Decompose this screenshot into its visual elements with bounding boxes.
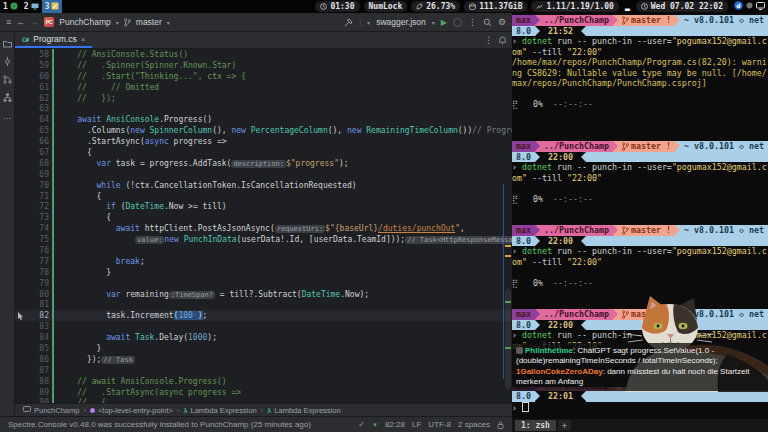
close-icon[interactable]: ×	[81, 35, 86, 44]
code-line[interactable]: 58 // AnsiConsole.Status()	[15, 49, 512, 60]
editor-scrollbar[interactable]	[503, 49, 512, 403]
debug-button[interactable]	[453, 18, 462, 27]
terminal-command: › dotnet run -- punch-in --user="pogumax…	[512, 36, 768, 47]
breadcrumb-item[interactable]: λLambda Expression	[267, 406, 340, 415]
code-line[interactable]: 74 await httpClient.PostAsJsonAsync(requ…	[15, 223, 512, 234]
breadcrumb-item[interactable]: PunchChamp	[23, 405, 79, 415]
project-selector[interactable]: PunchChamp	[59, 17, 111, 27]
code-text: break;	[58, 257, 145, 266]
build-button[interactable]	[344, 18, 353, 27]
prompt-wrap-segment: 8.0	[512, 391, 535, 402]
branch-selector[interactable]: master	[136, 17, 162, 27]
code-line[interactable]: 70 while (!ctx.CancellationToken.IsCance…	[15, 180, 512, 191]
new-tab-button[interactable]: +	[558, 420, 571, 431]
code-line[interactable]: 79	[15, 278, 512, 289]
line-number: 75	[25, 235, 52, 244]
prompt-line: max../PunchChampmaster !~v8.0.101 ◇ net	[512, 225, 768, 236]
code-line[interactable]: 71 {	[15, 191, 512, 202]
powerline-arrow	[535, 152, 540, 163]
settings-gear-icon[interactable]: ⚙	[498, 17, 506, 27]
code-line[interactable]: 77 break;	[15, 256, 512, 267]
warning-mark[interactable]	[505, 245, 511, 247]
code-line[interactable]: 87	[15, 365, 512, 376]
search-icon[interactable]	[483, 18, 492, 27]
structure-tool-icon[interactable]	[3, 93, 12, 102]
line-number: 85	[25, 344, 52, 353]
code-line[interactable]: 68 var task = progress.AddTask(descripti…	[15, 158, 512, 169]
project-tool-icon[interactable]	[3, 40, 12, 48]
more-tools-icon[interactable]: …	[3, 111, 12, 121]
code-line[interactable]: 72 if (DateTime.Now >= till)	[15, 201, 512, 212]
breadcrumb-separator: ›	[177, 406, 180, 415]
code-line[interactable]: 69	[15, 169, 512, 180]
terminal-window[interactable]: max../PunchChampmaster !~v8.0.101 ◇ net8…	[512, 13, 768, 432]
code-line[interactable]: 63	[15, 103, 512, 114]
back-button[interactable]: ←	[16, 17, 25, 27]
code-line[interactable]: 82 task.Increment(100 );	[15, 310, 512, 321]
code-line[interactable]: 89 // .StartAsync(async progress =>	[15, 387, 512, 398]
code-text: // await AnsiConsole.Progress()	[58, 377, 227, 386]
powerline-arrow	[613, 15, 618, 26]
code-text: });// Task	[58, 355, 135, 364]
code-line[interactable]: 60 // .Start("Thinking...", ctx => {	[15, 71, 512, 82]
code-editor[interactable]: 58 // AnsiConsole.Status()59 // .Spinner…	[15, 49, 512, 403]
workspace-item-1[interactable]: 1	[0, 0, 21, 13]
lock-icon[interactable]	[497, 421, 504, 429]
workspace-item-2[interactable]: 2	[21, 0, 42, 13]
code-line[interactable]: 75 value:new PunchInData(userData!.Id, […	[15, 234, 512, 245]
forward-button[interactable]: →	[30, 17, 39, 27]
commit-tool-icon[interactable]	[3, 57, 12, 66]
code-line[interactable]: 81	[15, 299, 512, 310]
green-triangle-icon: ▼	[372, 422, 378, 428]
code-line[interactable]: 78 }	[15, 267, 512, 278]
code-line[interactable]: 80 var remaining:TimeSpan? = till?.Subtr…	[15, 289, 512, 300]
more-actions-button[interactable]: ⋮	[468, 17, 477, 27]
code-line[interactable]: 86 });// Task	[15, 354, 512, 365]
status-widget[interactable]: 82:28	[385, 420, 405, 429]
more-icon[interactable]: ⋮	[484, 35, 493, 45]
tab-program-cs[interactable]: C# Program.cs ×	[15, 32, 92, 48]
workspace-item-3[interactable]: 3	[42, 0, 63, 13]
status-widget[interactable]: 2 spaces	[458, 420, 490, 429]
tray-display-icon[interactable]	[756, 2, 765, 12]
status-widget[interactable]: LF	[412, 420, 421, 429]
code-line[interactable]: 66 .StartAsync(async progress =>	[15, 136, 512, 147]
code-line[interactable]: 59 // .Spinner(Spinner.Known.Star)	[15, 60, 512, 71]
change-marker	[52, 343, 54, 354]
system-tray[interactable]: d	[734, 1, 765, 12]
inspections-ok-icon[interactable]: ✓	[358, 420, 365, 429]
change-marker	[52, 158, 54, 169]
pull-request-tool-icon[interactable]	[3, 75, 12, 84]
code-line[interactable]: 85 }	[15, 343, 512, 354]
code-line[interactable]: 65 .Columns(new SpinnerColumn(), new Per…	[15, 125, 512, 136]
line-number: 60	[25, 72, 52, 81]
code-line[interactable]: 62 // });	[15, 93, 512, 104]
code-line[interactable]: 73 {	[15, 212, 512, 223]
main-menu-button[interactable]: ≡	[6, 17, 11, 27]
code-line[interactable]: 88 // await AnsiConsole.Progress()	[15, 376, 512, 387]
code-line[interactable]: 76	[15, 245, 512, 256]
ide-toolbar: ≡ ← → PC PunchChamp ▾ master ▾ | ▾ swagg…	[0, 13, 512, 32]
code-line[interactable]: 84 await Task.Delay(1000);	[15, 332, 512, 343]
status-widget[interactable]: UTF-8	[428, 420, 451, 429]
notifications-bell-icon[interactable]	[498, 36, 507, 45]
code-line[interactable]: 67 {	[15, 147, 512, 158]
run-config-selector[interactable]: swagger.json	[376, 17, 426, 27]
warning-mark[interactable]	[505, 255, 511, 257]
code-line[interactable]: 61 // // Omitted	[15, 82, 512, 93]
prompt-line: 8.022:01	[512, 391, 768, 402]
terminal-cursor-line[interactable]: ›	[512, 402, 768, 413]
code-line[interactable]: 83	[15, 321, 512, 332]
workspace-switcher[interactable]: 123	[0, 0, 62, 13]
tray-dot-icon[interactable]	[746, 2, 753, 11]
run-button[interactable]: ▶	[441, 18, 447, 27]
terminal-tab-zsh[interactable]: 1: zsh	[515, 420, 556, 431]
scrollbar-thumb[interactable]	[505, 289, 511, 389]
code-line[interactable]: 90 // {	[15, 398, 512, 404]
breadcrumb-item[interactable]: λLambda Expression	[184, 406, 257, 415]
breadcrumb-item[interactable]: <top-level-entry-point>	[90, 406, 173, 415]
line-number: 84	[25, 333, 52, 342]
chat-username: 1GallonCokeZeroADay	[516, 367, 603, 376]
tray-dotnet-icon[interactable]: d	[734, 1, 743, 12]
code-line[interactable]: 64 await AnsiConsole.Progress()	[15, 114, 512, 125]
